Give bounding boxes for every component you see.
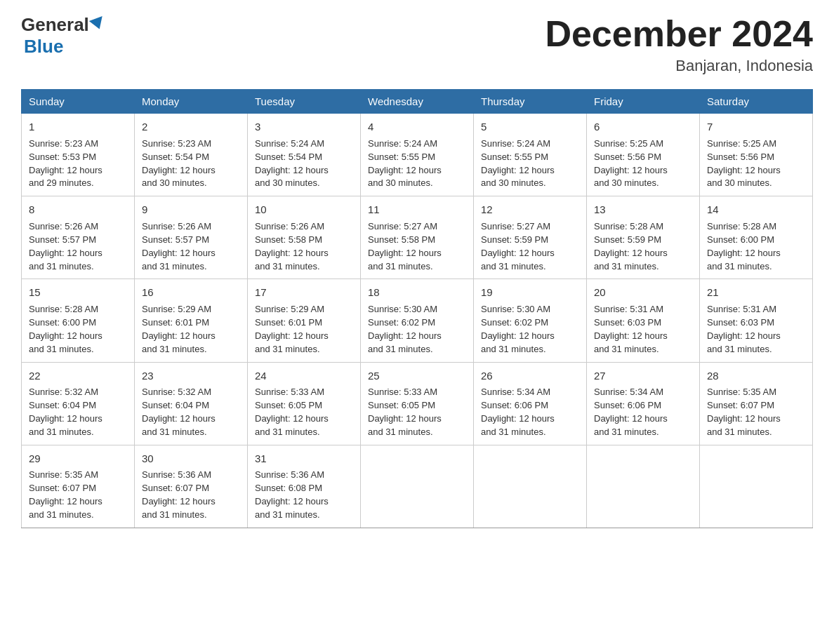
day-info-line: and 31 minutes. <box>29 509 127 522</box>
calendar-cell: 28Sunrise: 5:35 AMSunset: 6:07 PMDayligh… <box>700 362 813 445</box>
calendar-cell <box>587 445 700 528</box>
day-info-line: and 31 minutes. <box>29 343 127 356</box>
day-info-line: and 31 minutes. <box>142 260 240 274</box>
day-info-line: Sunrise: 5:24 AM <box>368 137 466 151</box>
calendar-cell: 3Sunrise: 5:24 AMSunset: 5:54 PMDaylight… <box>248 114 361 196</box>
day-number: 15 <box>29 285 127 300</box>
calendar-cell: 5Sunrise: 5:24 AMSunset: 5:55 PMDaylight… <box>474 114 587 196</box>
day-number: 27 <box>594 368 692 384</box>
title-container: December 2024 Banjaran, Indonesia <box>545 14 813 75</box>
logo-general-text: General <box>21 14 89 36</box>
logo-triangle-icon <box>89 16 106 32</box>
day-info-line: and 31 minutes. <box>368 426 466 439</box>
logo-blue-text: Blue <box>24 36 63 57</box>
calendar-header-row: SundayMondayTuesdayWednesdayThursdayFrid… <box>22 90 813 114</box>
day-number: 22 <box>29 368 127 384</box>
day-header-friday: Friday <box>587 90 700 114</box>
day-header-monday: Monday <box>135 90 248 114</box>
day-info-line: Daylight: 12 hours <box>481 412 579 426</box>
day-number: 12 <box>481 202 579 217</box>
day-info-line: and 31 minutes. <box>255 260 353 274</box>
day-info-line: Daylight: 12 hours <box>594 247 692 260</box>
calendar-cell <box>700 445 813 528</box>
day-info-line: Sunrise: 5:23 AM <box>142 137 240 151</box>
calendar-cell: 26Sunrise: 5:34 AMSunset: 6:06 PMDayligh… <box>474 362 587 445</box>
day-info-line: and 31 minutes. <box>368 260 466 274</box>
calendar-cell: 6Sunrise: 5:25 AMSunset: 5:56 PMDaylight… <box>587 114 700 196</box>
calendar-cell: 8Sunrise: 5:26 AMSunset: 5:57 PMDaylight… <box>22 196 135 279</box>
calendar-cell <box>474 445 587 528</box>
day-number: 13 <box>594 202 692 217</box>
day-info-line: Daylight: 12 hours <box>481 247 579 260</box>
day-info-line: Daylight: 12 hours <box>255 412 353 426</box>
day-number: 11 <box>368 202 466 217</box>
day-info-line: and 30 minutes. <box>368 177 466 190</box>
day-number: 14 <box>707 202 805 217</box>
calendar-cell: 31Sunrise: 5:36 AMSunset: 6:08 PMDayligh… <box>248 445 361 528</box>
calendar-cell: 13Sunrise: 5:28 AMSunset: 5:59 PMDayligh… <box>587 196 700 279</box>
day-info-line: and 31 minutes. <box>255 343 353 356</box>
day-header-wednesday: Wednesday <box>361 90 474 114</box>
day-info-line: and 31 minutes. <box>481 260 579 274</box>
calendar-cell: 19Sunrise: 5:30 AMSunset: 6:02 PMDayligh… <box>474 279 587 362</box>
day-number: 4 <box>368 119 466 135</box>
calendar-cell: 17Sunrise: 5:29 AMSunset: 6:01 PMDayligh… <box>248 279 361 362</box>
day-info-line: Sunset: 6:04 PM <box>29 399 127 412</box>
calendar-cell: 27Sunrise: 5:34 AMSunset: 6:06 PMDayligh… <box>587 362 700 445</box>
day-info-line: and 31 minutes. <box>255 426 353 439</box>
day-info-line: and 31 minutes. <box>142 426 240 439</box>
day-number: 24 <box>255 368 353 384</box>
day-info-line: and 30 minutes. <box>707 177 805 190</box>
day-info-line: Daylight: 12 hours <box>29 412 127 426</box>
day-info-line: Sunset: 5:54 PM <box>142 151 240 164</box>
day-info-line: Daylight: 12 hours <box>481 330 579 343</box>
calendar-week-row: 8Sunrise: 5:26 AMSunset: 5:57 PMDaylight… <box>22 196 813 279</box>
day-info-line: Daylight: 12 hours <box>594 164 692 177</box>
day-info-line: Daylight: 12 hours <box>29 330 127 343</box>
day-header-sunday: Sunday <box>22 90 135 114</box>
calendar-cell: 14Sunrise: 5:28 AMSunset: 6:00 PMDayligh… <box>700 196 813 279</box>
day-number: 30 <box>142 451 240 467</box>
day-info-line: Daylight: 12 hours <box>255 330 353 343</box>
day-number: 21 <box>707 285 805 300</box>
calendar-cell: 18Sunrise: 5:30 AMSunset: 6:02 PMDayligh… <box>361 279 474 362</box>
day-number: 28 <box>707 368 805 384</box>
day-info-line: Sunrise: 5:35 AM <box>707 386 805 399</box>
calendar-cell: 20Sunrise: 5:31 AMSunset: 6:03 PMDayligh… <box>587 279 700 362</box>
calendar-cell: 30Sunrise: 5:36 AMSunset: 6:07 PMDayligh… <box>135 445 248 528</box>
day-info-line: Sunset: 6:07 PM <box>707 399 805 412</box>
day-number: 20 <box>594 285 692 300</box>
day-info-line: Sunset: 5:57 PM <box>142 234 240 247</box>
calendar-cell: 10Sunrise: 5:26 AMSunset: 5:58 PMDayligh… <box>248 196 361 279</box>
day-info-line: Sunrise: 5:28 AM <box>594 220 692 234</box>
day-info-line: and 30 minutes. <box>594 177 692 190</box>
calendar-cell: 11Sunrise: 5:27 AMSunset: 5:58 PMDayligh… <box>361 196 474 279</box>
day-info-line: Daylight: 12 hours <box>594 330 692 343</box>
day-info-line: Sunrise: 5:30 AM <box>368 303 466 316</box>
day-number: 16 <box>142 285 240 300</box>
day-info-line: Sunrise: 5:27 AM <box>481 220 579 234</box>
day-info-line: Daylight: 12 hours <box>142 247 240 260</box>
day-info-line: Daylight: 12 hours <box>142 330 240 343</box>
day-info-line: Sunset: 6:05 PM <box>255 399 353 412</box>
day-info-line: Daylight: 12 hours <box>142 412 240 426</box>
day-info-line: and 29 minutes. <box>29 177 127 190</box>
day-info-line: Sunset: 5:57 PM <box>29 234 127 247</box>
day-info-line: Sunrise: 5:34 AM <box>481 386 579 399</box>
day-info-line: Daylight: 12 hours <box>368 164 466 177</box>
day-info-line: Sunset: 6:02 PM <box>481 316 579 330</box>
day-info-line: Sunset: 5:53 PM <box>29 151 127 164</box>
day-info-line: Sunset: 6:04 PM <box>142 399 240 412</box>
day-info-line: and 31 minutes. <box>594 426 692 439</box>
calendar-cell: 24Sunrise: 5:33 AMSunset: 6:05 PMDayligh… <box>248 362 361 445</box>
calendar-week-row: 29Sunrise: 5:35 AMSunset: 6:07 PMDayligh… <box>22 445 813 528</box>
day-info-line: Sunrise: 5:28 AM <box>707 220 805 234</box>
day-number: 2 <box>142 119 240 135</box>
day-info-line: Sunrise: 5:33 AM <box>368 386 466 399</box>
day-number: 1 <box>29 119 127 135</box>
day-number: 19 <box>481 285 579 300</box>
day-info-line: Sunrise: 5:33 AM <box>255 386 353 399</box>
day-info-line: and 31 minutes. <box>29 426 127 439</box>
day-info-line: Daylight: 12 hours <box>594 412 692 426</box>
day-info-line: Sunset: 5:55 PM <box>481 151 579 164</box>
